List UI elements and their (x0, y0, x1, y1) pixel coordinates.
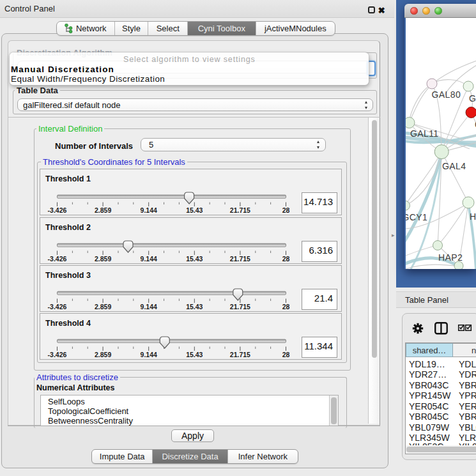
svg-text:15.43: 15.43 (186, 351, 203, 358)
svg-text:-3.426: -3.426 (48, 303, 67, 311)
svg-text:21.715: 21.715 (230, 206, 250, 214)
svg-text:28: 28 (282, 303, 290, 311)
svg-text:GAL11: GAL11 (410, 128, 439, 139)
svg-text:GCY1: GCY1 (406, 212, 427, 222)
svg-text:28: 28 (282, 351, 290, 358)
svg-text:21.715: 21.715 (230, 255, 250, 263)
svg-text:28: 28 (282, 206, 290, 214)
svg-text:GAL80: GAL80 (432, 89, 461, 100)
svg-text:9.144: 9.144 (141, 351, 157, 358)
svg-text:H: H (470, 211, 476, 222)
svg-text:-3.426: -3.426 (48, 206, 67, 214)
svg-text:28: 28 (282, 255, 290, 263)
svg-text:15.43: 15.43 (186, 303, 203, 311)
svg-text:9.144: 9.144 (141, 303, 157, 311)
svg-text:-3.426: -3.426 (48, 351, 67, 358)
svg-text:9.144: 9.144 (141, 206, 157, 214)
svg-text:2.859: 2.859 (95, 255, 111, 263)
svg-text:-3.426: -3.426 (48, 255, 67, 263)
svg-text:21.715: 21.715 (230, 351, 250, 358)
svg-text:2.859: 2.859 (95, 206, 111, 214)
svg-text:HAP2: HAP2 (438, 252, 463, 263)
svg-text:9.144: 9.144 (141, 255, 157, 263)
svg-text:2.859: 2.859 (95, 303, 111, 311)
svg-text:GAL: GAL (469, 93, 476, 104)
svg-text:GAL4: GAL4 (442, 161, 466, 171)
svg-text:2.859: 2.859 (95, 351, 111, 358)
svg-text:15.43: 15.43 (186, 255, 203, 263)
svg-text:21.715: 21.715 (230, 303, 250, 311)
svg-text:15.43: 15.43 (186, 206, 203, 214)
